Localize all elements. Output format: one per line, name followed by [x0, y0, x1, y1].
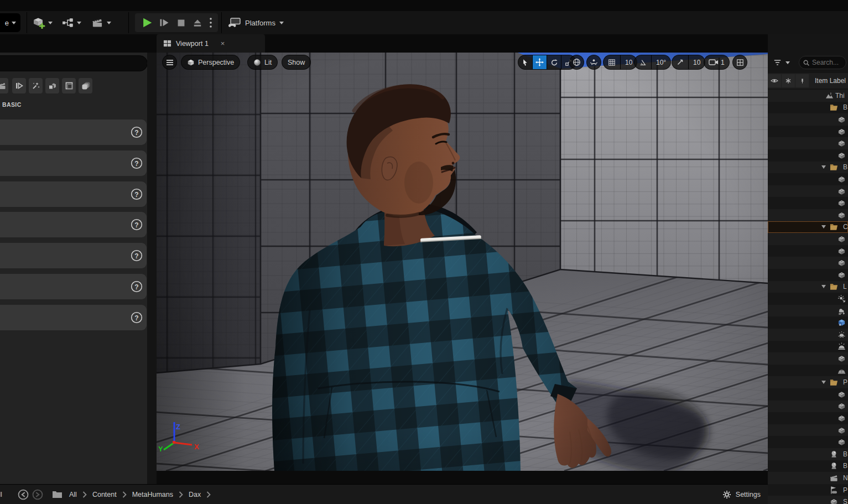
place-search-input[interactable] — [0, 55, 148, 71]
viewport-menu-button[interactable] — [162, 55, 177, 70]
caret-down-icon[interactable] — [821, 225, 826, 228]
play-button[interactable] — [141, 17, 153, 29]
tab-viewport-1[interactable]: Viewport 1 × — [157, 34, 265, 53]
place-category-button[interactable] — [0, 78, 8, 93]
cinematics-button[interactable] — [91, 14, 111, 31]
stop-button[interactable] — [176, 18, 186, 28]
outliner-row[interactable] — [768, 137, 848, 149]
mode-dropdown[interactable]: e — [0, 13, 20, 32]
outliner-row[interactable] — [768, 113, 848, 126]
camera-speed-control[interactable]: 10 — [672, 55, 705, 70]
move-tool-button[interactable] — [533, 55, 547, 69]
place-actor-item[interactable]: ? — [0, 243, 147, 268]
place-actor-item[interactable]: ? — [0, 274, 147, 299]
content-drawer-partial[interactable]: All — [0, 491, 13, 498]
place-actor-item[interactable]: ? — [0, 212, 147, 237]
place-category-button[interactable] — [62, 78, 76, 93]
viewport-3d-scene[interactable]: Z X Y Perspective Lit Show — [157, 53, 768, 471]
outliner-row[interactable] — [768, 185, 848, 198]
lit-dropdown[interactable]: Lit — [247, 55, 278, 70]
outliner-row[interactable] — [768, 329, 848, 341]
blueprints-button[interactable] — [62, 14, 81, 31]
outliner-row[interactable] — [768, 197, 848, 209]
pin-column-button[interactable] — [795, 74, 809, 87]
eject-button[interactable] — [192, 17, 203, 28]
outliner-item-label: Thi — [835, 92, 845, 100]
outliner-row[interactable] — [768, 341, 848, 353]
world-space-toggle[interactable] — [569, 55, 584, 70]
place-category-button[interactable] — [79, 78, 92, 93]
place-category-button[interactable] — [12, 78, 26, 93]
outliner-row[interactable] — [768, 424, 848, 437]
platforms-button[interactable]: Platforms — [228, 14, 284, 31]
chevron-down-icon[interactable] — [785, 61, 790, 64]
breadcrumb-item[interactable]: Content — [92, 491, 117, 498]
perspective-dropdown[interactable]: Perspective — [181, 55, 240, 70]
frame-advance-button[interactable] — [159, 17, 170, 28]
rotate-tool-button[interactable] — [547, 55, 561, 69]
place-category-button[interactable] — [45, 78, 59, 93]
outliner-row[interactable] — [768, 412, 848, 424]
outliner-row[interactable] — [768, 245, 848, 257]
rotation-snap-control[interactable]: 10° — [634, 55, 671, 70]
grid-snap-control[interactable]: 10 — [603, 55, 637, 70]
outliner-row[interactable]: S — [768, 496, 848, 504]
outliner-row[interactable] — [768, 209, 848, 221]
outliner-row[interactable]: Thi — [768, 90, 848, 102]
filter-icon[interactable] — [773, 59, 782, 66]
outliner-row[interactable] — [768, 365, 848, 377]
select-tool-button[interactable] — [518, 55, 533, 69]
outliner-row[interactable]: L — [768, 281, 848, 293]
search-input[interactable] — [812, 59, 843, 66]
outliner-row[interactable]: B — [768, 162, 848, 174]
close-icon[interactable]: × — [221, 39, 225, 48]
breadcrumb-item[interactable]: All — [69, 491, 77, 498]
outliner-row[interactable]: P — [768, 484, 848, 496]
outliner-row[interactable]: P — [768, 376, 848, 388]
breadcrumb-item[interactable]: Dax — [189, 491, 201, 498]
settings-button[interactable]: Settings — [722, 485, 761, 504]
outliner-row[interactable] — [768, 257, 848, 269]
add-actor-button[interactable] — [32, 14, 53, 31]
outliner-row[interactable]: B — [768, 102, 848, 114]
kebab-menu-icon[interactable] — [209, 17, 212, 28]
outliner-row[interactable] — [768, 149, 848, 162]
caret-down-icon[interactable] — [821, 381, 826, 384]
caret-down-icon[interactable] — [821, 285, 826, 288]
outliner-row[interactable] — [768, 126, 848, 138]
outliner-row[interactable] — [768, 173, 848, 185]
breadcrumb-item[interactable]: MetaHumans — [132, 491, 173, 498]
caret-down-icon[interactable] — [821, 165, 826, 169]
outliner-row[interactable] — [768, 233, 848, 245]
brick-icon — [837, 271, 846, 279]
outliner-row[interactable] — [768, 401, 848, 413]
outliner-row[interactable] — [768, 316, 848, 329]
show-dropdown[interactable]: Show — [282, 55, 311, 70]
outliner-row[interactable] — [768, 269, 848, 281]
camera-shortcut-control[interactable]: 1 — [704, 55, 730, 70]
outliner-row[interactable]: N — [768, 472, 848, 484]
outliner-row[interactable] — [768, 436, 848, 448]
outliner-row[interactable] — [768, 305, 848, 317]
help-icon: ? — [131, 219, 143, 231]
forward-button[interactable] — [32, 489, 43, 500]
place-category-button[interactable] — [29, 78, 43, 93]
outliner-row[interactable] — [768, 388, 848, 401]
item-label-column[interactable]: Item Label — [815, 77, 846, 85]
surface-snapping-button[interactable] — [586, 55, 601, 70]
place-actor-item[interactable]: ? — [0, 150, 147, 176]
back-button[interactable] — [18, 489, 29, 500]
outliner-search[interactable] — [799, 56, 846, 69]
outliner-row[interactable]: C — [768, 221, 848, 233]
outliner-row[interactable]: B — [768, 460, 848, 472]
place-actor-item[interactable]: ? — [0, 119, 147, 145]
favorite-column-button[interactable] — [782, 74, 795, 87]
outliner-row[interactable]: B — [768, 448, 848, 460]
place-actor-item[interactable]: ? — [0, 181, 147, 207]
outliner-row[interactable] — [768, 352, 848, 365]
place-actor-item[interactable]: ? — [0, 305, 147, 330]
help-icon: ? — [131, 250, 143, 262]
quad-view-button[interactable] — [732, 55, 747, 70]
outliner-row[interactable] — [768, 293, 848, 305]
visibility-column-button[interactable] — [768, 74, 781, 87]
